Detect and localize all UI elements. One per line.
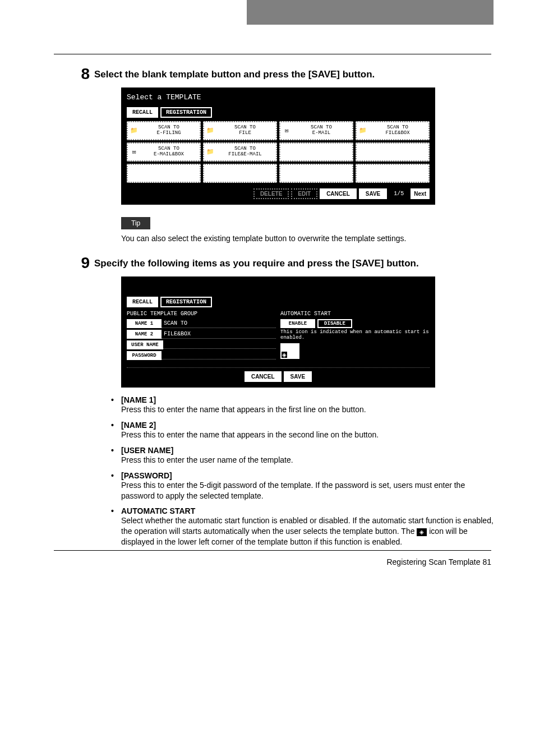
name2-button[interactable]: NAME 2 xyxy=(127,330,162,339)
def-username: • [USER NAME] Press this to enter the us… xyxy=(111,446,494,465)
save-button[interactable]: SAVE xyxy=(359,188,388,199)
tab-registration[interactable]: REGISTRATION xyxy=(160,297,212,307)
enable-button[interactable]: ENABLE xyxy=(280,319,315,328)
template-slot-empty[interactable] xyxy=(279,142,353,162)
name1-value: SCAN TO xyxy=(162,319,276,328)
password-button[interactable]: PASSWORD xyxy=(127,351,162,360)
def-name1: • [NAME 1] Press this to enter the name … xyxy=(111,395,494,415)
filebox-icon: 📁 xyxy=(358,127,368,134)
template-slot-empty[interactable] xyxy=(279,164,353,183)
step-9: 9 Specify the following items as you req… xyxy=(94,255,494,271)
template-slot-empty[interactable] xyxy=(203,164,277,183)
template-slot[interactable]: 📁SCAN TOFILE xyxy=(203,121,277,140)
def-autostart: • AUTOMATIC START Select whether the aut… xyxy=(111,506,494,547)
cancel-button[interactable]: CANCEL xyxy=(320,188,357,199)
autostart-desc: Select whether the automatic start funct… xyxy=(121,515,494,547)
email-icon: ✉ xyxy=(282,127,292,134)
template-slot[interactable]: ✉SCAN TOE-MAIL&BOX xyxy=(127,142,201,162)
name2-value: FILE&BOX xyxy=(162,330,276,339)
template-slot-empty[interactable] xyxy=(356,142,430,162)
bullet-icon: • xyxy=(111,471,121,501)
template-slot-empty[interactable] xyxy=(127,164,201,183)
template-slot[interactable]: 📁SCAN TOE-FILING xyxy=(127,121,201,140)
emailbox-icon: ✉ xyxy=(129,149,139,155)
header-gray-block xyxy=(247,0,494,25)
password-value xyxy=(162,352,276,359)
tab-recall[interactable]: RECALL xyxy=(127,107,158,118)
tip-text: You can also select the existing templat… xyxy=(121,234,494,243)
tab-recall[interactable]: RECALL xyxy=(127,297,158,307)
screen-title: Select a TEMPLATE xyxy=(127,93,430,102)
autostart-inline-icon: ◈ xyxy=(417,528,427,536)
step-title: Specify the following items as you requi… xyxy=(94,255,419,269)
template-slot-empty[interactable] xyxy=(356,164,430,183)
step-title: Select the blank template button and pre… xyxy=(94,66,375,80)
file-icon: 📁 xyxy=(205,127,215,134)
filemail-icon: 📁 xyxy=(205,149,215,155)
def-password: • [PASSWORD] Press this to enter the 5-d… xyxy=(111,471,494,501)
autostart-note: This icon is indicated when an automatic… xyxy=(280,330,430,341)
disable-button[interactable]: DISABLE xyxy=(317,319,352,328)
template-select-screen: Select a TEMPLATE RECALL REGISTRATION 📁S… xyxy=(121,87,435,205)
cancel-button[interactable]: CANCEL xyxy=(245,371,282,382)
username-button[interactable]: USER NAME xyxy=(127,340,163,349)
page-footer: Registering Scan Template 81 xyxy=(386,557,491,566)
definitions-list: • [NAME 1] Press this to enter the name … xyxy=(111,395,494,547)
efiling-icon: 📁 xyxy=(129,127,139,134)
name1-button[interactable]: NAME 1 xyxy=(127,319,162,328)
next-button[interactable]: Next xyxy=(411,188,430,199)
username-value xyxy=(163,341,276,349)
template-slot[interactable]: ✉SCAN TOE-MAIL xyxy=(279,121,353,140)
tab-registration[interactable]: REGISTRATION xyxy=(160,107,212,118)
autostart-label: AUTOMATIC START xyxy=(280,311,430,317)
bullet-icon: • xyxy=(111,395,121,415)
bullet-icon: • xyxy=(111,421,121,440)
template-settings-screen: RECALL REGISTRATION PUBLIC TEMPLATE GROU… xyxy=(121,276,435,388)
def-name2: • [NAME 2] Press this to enter the name … xyxy=(111,421,494,440)
footer-rule xyxy=(54,550,491,551)
bullet-icon: • xyxy=(111,506,121,547)
top-rule xyxy=(54,54,491,54)
save-button[interactable]: SAVE xyxy=(284,371,312,382)
template-slot[interactable]: 📁SCAN TOFILE&BOX xyxy=(356,121,430,140)
step-8: 8 Select the blank template button and p… xyxy=(94,66,494,82)
autostart-icon-preview xyxy=(280,343,299,359)
group-label: PUBLIC TEMPLATE GROUP xyxy=(127,311,276,317)
delete-button[interactable]: DELETE xyxy=(253,188,289,199)
step-number: 9 xyxy=(67,255,94,271)
tip-badge: Tip xyxy=(121,217,150,229)
page-indicator: 1/5 xyxy=(389,191,408,197)
bullet-icon: • xyxy=(111,446,121,465)
step-number: 8 xyxy=(67,66,94,82)
template-slot[interactable]: 📁SCAN TOFILE&E-MAIL xyxy=(203,142,277,162)
edit-button[interactable]: EDIT xyxy=(291,188,317,199)
